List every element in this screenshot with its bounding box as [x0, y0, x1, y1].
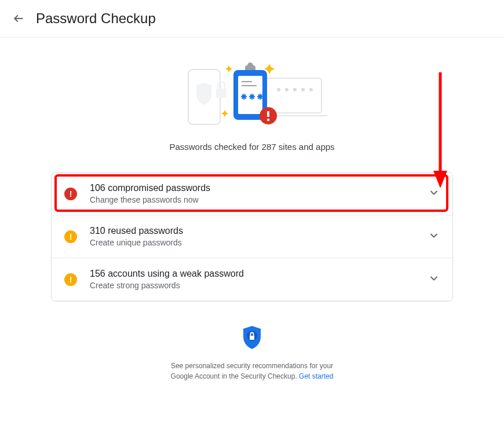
main-content: Passwords checked for 287 sites and apps…: [0, 38, 504, 393]
svg-point-3: [277, 88, 280, 91]
svg-rect-9: [216, 89, 227, 98]
row-title: 106 compromised passwords: [90, 183, 428, 193]
svg-point-6: [301, 88, 305, 91]
row-subtitle: Create strong passwords: [90, 281, 428, 290]
svg-point-4: [285, 88, 288, 91]
row-text: 310 reused passwords Create unique passw…: [90, 226, 428, 247]
row-subtitle: Change these passwords now: [90, 195, 428, 204]
footer: See personalized security recommendation…: [159, 325, 345, 381]
chevron-down-icon: [428, 230, 440, 244]
warning-icon: !: [64, 230, 77, 243]
svg-rect-30: [267, 119, 269, 121]
row-text: 156 accounts using a weak password Creat…: [90, 269, 428, 290]
warning-icon: !: [64, 273, 77, 286]
row-compromised-passwords[interactable]: ! 106 compromised passwords Change these…: [52, 173, 452, 215]
row-subtitle: Create unique passwords: [90, 238, 428, 247]
get-started-link[interactable]: Get started: [299, 372, 333, 380]
row-weak-passwords[interactable]: ! 156 accounts using a weak password Cre…: [52, 258, 452, 301]
results-panel: ! 106 compromised passwords Change these…: [51, 172, 453, 302]
shield-icon: [242, 325, 262, 353]
row-text: 106 compromised passwords Change these p…: [90, 183, 428, 204]
alert-icon: !: [64, 188, 77, 200]
svg-point-11: [247, 63, 253, 68]
header-bar: Password Checkup: [0, 0, 504, 38]
annotation-arrow-icon: [432, 72, 449, 188]
svg-point-5: [293, 88, 297, 91]
svg-point-7: [309, 88, 313, 91]
summary-text: Passwords checked for 287 sites and apps: [169, 142, 334, 152]
row-title: 310 reused passwords: [90, 226, 428, 236]
svg-rect-34: [250, 336, 254, 340]
chevron-down-icon: [428, 273, 440, 287]
chevron-down-icon: [428, 187, 440, 201]
footer-text: See personalized security recommendation…: [159, 361, 345, 381]
page-title: Password Checkup: [36, 10, 156, 27]
row-title: 156 accounts using a weak password: [90, 269, 428, 279]
back-arrow-icon[interactable]: [12, 12, 25, 25]
hero-illustration: [171, 55, 333, 130]
row-reused-passwords[interactable]: ! 310 reused passwords Create unique pas…: [52, 215, 452, 258]
svg-rect-2: [266, 78, 322, 113]
svg-rect-29: [267, 111, 269, 117]
